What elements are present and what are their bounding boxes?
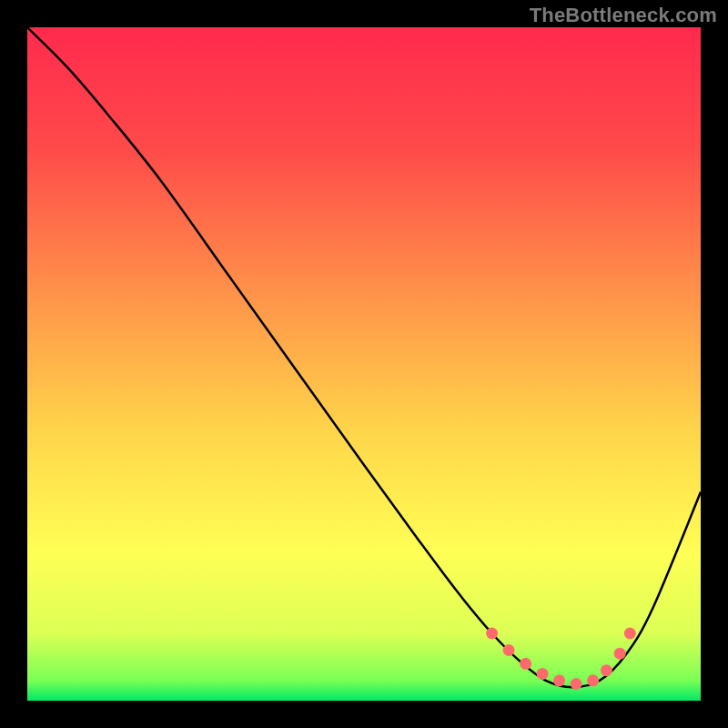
gradient-background — [27, 27, 701, 701]
marker-dot — [520, 658, 531, 670]
chart-container: TheBottleneck.com — [0, 0, 728, 728]
marker-dot — [553, 674, 565, 686]
plot-area — [27, 27, 701, 701]
marker-dot — [624, 628, 636, 640]
chart-svg — [27, 27, 701, 701]
marker-dot — [486, 628, 498, 640]
watermark-text: TheBottleneck.com — [530, 4, 717, 27]
marker-dot — [614, 648, 626, 660]
marker-dot — [601, 664, 612, 676]
marker-dot — [587, 674, 599, 686]
marker-dot — [537, 668, 549, 680]
marker-dot — [503, 644, 515, 656]
marker-dot — [571, 678, 582, 690]
